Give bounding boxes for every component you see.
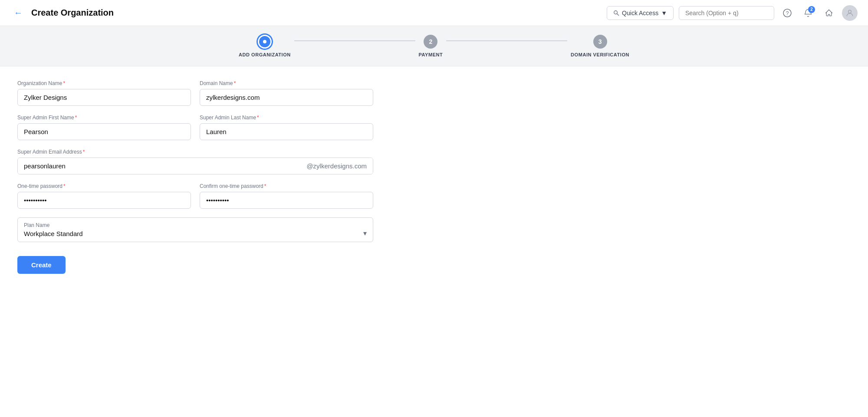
- domain-name-input[interactable]: [200, 89, 373, 106]
- password-input[interactable]: [17, 192, 191, 209]
- domain-name-group: Domain Name*: [200, 80, 373, 106]
- email-field-wrapper: @zylkerdesigns.com: [17, 158, 373, 174]
- form-row-3: Super Admin Email Address* @zylkerdesign…: [17, 149, 373, 174]
- last-name-input[interactable]: [200, 123, 373, 140]
- plan-group: Plan Name Workplace Standard ▾: [17, 217, 373, 242]
- first-name-label: Super Admin First Name*: [17, 115, 191, 121]
- form-row-1: Organization Name* Domain Name*: [17, 80, 373, 106]
- confirm-password-required: *: [264, 183, 266, 189]
- svg-point-6: [263, 40, 266, 43]
- last-name-label: Super Admin Last Name*: [200, 115, 373, 121]
- step-1-check-icon: [262, 39, 268, 45]
- plan-select-inner: Plan Name Workplace Standard: [24, 222, 363, 237]
- step-connector-2: [446, 40, 567, 41]
- first-name-input[interactable]: [17, 123, 191, 140]
- create-button[interactable]: Create: [17, 256, 66, 274]
- stepper-bar: ADD ORGANIZATION 2 PAYMENT 3 DOMAIN VERI…: [0, 26, 868, 66]
- page-title: Create Organization: [31, 8, 607, 18]
- email-required: *: [83, 149, 85, 155]
- email-suffix: @zylkerdesigns.com: [300, 158, 373, 174]
- password-required: *: [63, 183, 66, 189]
- quick-access-label: Quick Access: [622, 10, 658, 16]
- step-2-circle: 2: [424, 35, 437, 49]
- domain-name-label: Domain Name*: [200, 80, 373, 86]
- step-1-circle: [258, 35, 272, 49]
- help-button[interactable]: ?: [779, 5, 795, 21]
- confirm-password-group: Confirm one-time password*: [200, 183, 373, 209]
- confirm-password-label: Confirm one-time password*: [200, 183, 373, 189]
- notification-badge: 2: [808, 6, 815, 13]
- header-actions: Quick Access ▼ ? 2: [607, 5, 858, 21]
- header: ← Create Organization Quick Access ▼ ? 2: [0, 0, 868, 26]
- chevron-down-icon: ▾: [363, 229, 367, 237]
- user-avatar-icon: [845, 9, 854, 17]
- search-input[interactable]: [679, 6, 774, 20]
- back-button[interactable]: ←: [10, 5, 26, 21]
- email-label: Super Admin Email Address*: [17, 149, 373, 155]
- plan-label: Plan Name: [24, 222, 363, 228]
- form-row-2: Super Admin First Name* Super Admin Last…: [17, 115, 373, 140]
- back-icon: ←: [14, 8, 23, 18]
- form-row-4: One-time password* Confirm one-time pass…: [17, 183, 373, 209]
- notifications-button[interactable]: 2: [800, 5, 816, 21]
- step-connector-1: [294, 40, 415, 41]
- svg-text:?: ?: [786, 10, 789, 16]
- org-name-input[interactable]: [17, 89, 191, 106]
- last-name-group: Super Admin Last Name*: [200, 115, 373, 140]
- last-name-required: *: [257, 115, 259, 121]
- org-name-label: Organization Name*: [17, 80, 191, 86]
- home-button[interactable]: [821, 5, 837, 21]
- svg-point-4: [848, 10, 852, 13]
- confirm-password-input[interactable]: [200, 192, 373, 209]
- step-2-label: PAYMENT: [419, 52, 443, 57]
- quick-access-dropdown-icon: ▼: [661, 10, 667, 16]
- search-icon: [613, 10, 619, 16]
- email-group: Super Admin Email Address* @zylkerdesign…: [17, 149, 373, 174]
- plan-value: Workplace Standard: [24, 230, 363, 237]
- first-name-group: Super Admin First Name*: [17, 115, 191, 140]
- step-3-label: DOMAIN VERIFICATION: [571, 52, 629, 57]
- form-row-5: Plan Name Workplace Standard ▾: [17, 217, 373, 242]
- domain-name-required: *: [234, 80, 236, 86]
- password-group: One-time password*: [17, 183, 191, 209]
- email-prefix-input[interactable]: [18, 158, 300, 174]
- stepper: ADD ORGANIZATION 2 PAYMENT 3 DOMAIN VERI…: [239, 35, 629, 57]
- svg-line-1: [617, 13, 619, 15]
- step-3-circle: 3: [593, 35, 607, 49]
- password-label: One-time password*: [17, 183, 191, 189]
- plan-select[interactable]: Plan Name Workplace Standard ▾: [17, 217, 373, 242]
- form-area: Organization Name* Domain Name* Super Ad…: [0, 66, 391, 288]
- quick-access-button[interactable]: Quick Access ▼: [607, 6, 674, 20]
- step-domain-verification: 3 DOMAIN VERIFICATION: [571, 35, 629, 57]
- org-name-group: Organization Name*: [17, 80, 191, 106]
- org-name-required: *: [63, 80, 65, 86]
- step-payment: 2 PAYMENT: [419, 35, 443, 57]
- avatar[interactable]: [842, 5, 858, 21]
- step-add-organization: ADD ORGANIZATION: [239, 35, 291, 57]
- first-name-required: *: [75, 115, 77, 121]
- home-icon: [825, 9, 833, 17]
- help-icon: ?: [783, 9, 792, 17]
- step-1-label: ADD ORGANIZATION: [239, 52, 291, 57]
